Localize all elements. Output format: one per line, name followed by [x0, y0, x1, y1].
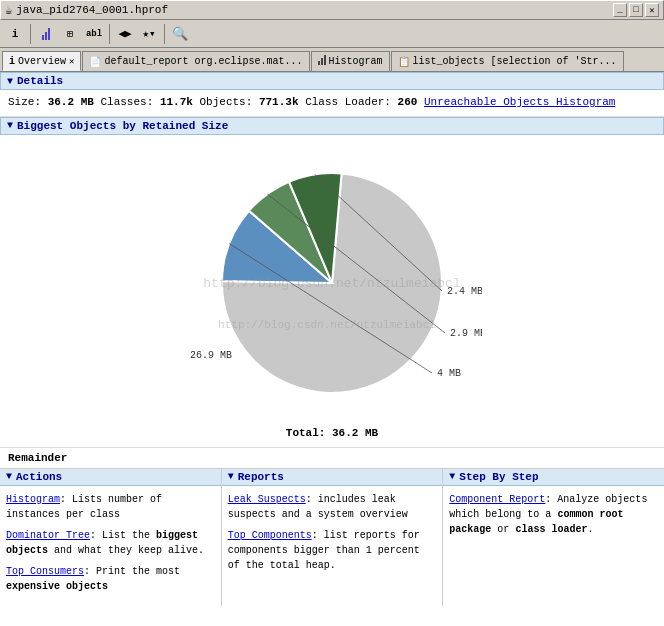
leak-suspects-link[interactable]: Leak Suspects: [228, 494, 306, 505]
step-item-1: Component Report: Analyze objects which …: [449, 492, 658, 537]
toolbar-sep-3: [164, 24, 165, 44]
bar-chart-icon: [42, 28, 50, 40]
remainder-label: Remainder: [0, 448, 664, 468]
svg-text:2.9 MB: 2.9 MB: [450, 328, 482, 339]
bottom-panels: ▼ Actions Histogram: Lists number of ins…: [0, 468, 664, 606]
top-consumers-link[interactable]: Top Consumers: [6, 566, 84, 577]
actions-panel: ▼ Actions Histogram: Lists number of ins…: [0, 469, 222, 606]
reports-header: ▼ Reports: [222, 469, 443, 486]
actions-content: Histogram: Lists number of instances per…: [0, 486, 221, 606]
step-triangle-icon: ▼: [449, 471, 455, 482]
title-bar-left: ☕ java_pid2764_0001.hprof: [5, 3, 168, 18]
svg-text:4 MB: 4 MB: [437, 368, 461, 379]
biggest-objects-triangle-icon: ▼: [7, 120, 13, 131]
details-section: Size: 36.2 MB Classes: 11.7k Objects: 77…: [0, 90, 664, 117]
biggest-objects-title: Biggest Objects by Retained Size: [17, 120, 228, 132]
tab-list-label: list_objects [selection of 'Str...: [413, 56, 617, 67]
objects-value: 771.3k: [259, 96, 299, 108]
dominator-tree-link[interactable]: Dominator Tree: [6, 530, 90, 541]
toolbar-sep-2: [109, 24, 110, 44]
search-button[interactable]: 🔍: [169, 23, 191, 45]
actions-title: Actions: [16, 471, 62, 483]
slice-label-large: 26.9 MB: [190, 350, 232, 361]
top-components-link[interactable]: Top Components: [228, 530, 312, 541]
tab-overview-icon: i: [9, 56, 15, 67]
reports-panel: ▼ Reports Leak Suspects: includes leak s…: [222, 469, 444, 606]
step-by-step-header: ▼ Step By Step: [443, 469, 664, 486]
size-label: Size:: [8, 96, 41, 108]
grid-button[interactable]: ⊞: [59, 23, 81, 45]
bar-chart-button[interactable]: [35, 23, 57, 45]
svg-text:http://blog.csdn.net/ntzulmeia: http://blog.csdn.net/ntzulmeiabcl: [218, 319, 436, 331]
classes-value: 11.7k: [160, 96, 193, 108]
tab-report-icon: 📄: [89, 56, 101, 68]
actions-item-3: Top Consumers: Print the most expensive …: [6, 564, 215, 594]
tab-report-label: default_report org.eclipse.mat...: [104, 56, 302, 67]
reports-title: Reports: [238, 471, 284, 483]
main-content[interactable]: ▼ Details Size: 36.2 MB Classes: 11.7k O…: [0, 72, 664, 626]
step-by-step-panel: ▼ Step By Step Component Report: Analyze…: [443, 469, 664, 606]
chart-section: 4 MB2.9 MB2.4 MBhttp://blog.csdn.net/ntz…: [0, 135, 664, 448]
reports-triangle-icon: ▼: [228, 471, 234, 482]
actions-header: ▼ Actions: [0, 469, 221, 486]
tab-histogram-icon: [318, 55, 326, 68]
chart-total: Total: 36.2 MB: [286, 427, 378, 439]
actions-triangle-icon: ▼: [6, 471, 12, 482]
tab-bar: i Overview ✕ 📄 default_report org.eclips…: [0, 48, 664, 72]
minimize-button[interactable]: _: [613, 3, 627, 17]
tab-overview-label: Overview: [18, 56, 66, 67]
svg-text:2.4 MB: 2.4 MB: [447, 286, 482, 297]
histogram-link[interactable]: Histogram: [6, 494, 60, 505]
reports-item-1: Leak Suspects: includes leak suspects an…: [228, 492, 437, 522]
star-button[interactable]: ★▾: [138, 23, 160, 45]
tab-default-report[interactable]: 📄 default_report org.eclipse.mat...: [82, 51, 309, 71]
tab-list-objects[interactable]: 📋 list_objects [selection of 'Str...: [391, 51, 624, 71]
step-by-step-title: Step By Step: [459, 471, 538, 483]
details-triangle-icon: ▼: [7, 76, 13, 87]
classloader-value: 260: [398, 96, 418, 108]
maximize-button[interactable]: □: [629, 3, 643, 17]
classes-label: Classes:: [100, 96, 153, 108]
details-title: Details: [17, 75, 63, 87]
app-icon: ☕: [5, 3, 12, 18]
tab-overview[interactable]: i Overview ✕: [2, 51, 81, 71]
nav-button[interactable]: ◀▶: [114, 23, 136, 45]
size-value: 36.2 MB: [48, 96, 94, 108]
reports-item-2: Top Components: list reports for compone…: [228, 528, 437, 573]
actions-item-1: Histogram: Lists number of instances per…: [6, 492, 215, 522]
title-bar-controls[interactable]: _ □ ✕: [613, 3, 659, 17]
tab-list-icon: 📋: [398, 56, 410, 68]
unreachable-objects-link[interactable]: Unreachable Objects Histogram: [424, 96, 615, 108]
details-header: ▼ Details: [0, 72, 664, 90]
text-button[interactable]: abl: [83, 23, 105, 45]
component-report-link[interactable]: Component Report: [449, 494, 545, 505]
title-bar: ☕ java_pid2764_0001.hprof _ □ ✕: [0, 0, 664, 20]
tab-overview-close[interactable]: ✕: [69, 56, 74, 67]
window-title: java_pid2764_0001.hprof: [16, 4, 168, 16]
toolbar: i ⊞ abl ◀▶ ★▾ 🔍: [0, 20, 664, 48]
info-button[interactable]: i: [4, 23, 26, 45]
actions-item-2: Dominator Tree: List the biggest objects…: [6, 528, 215, 558]
tab-histogram-label: Histogram: [329, 56, 383, 67]
reports-content: Leak Suspects: includes leak suspects an…: [222, 486, 443, 585]
tab-histogram[interactable]: Histogram: [311, 51, 390, 71]
close-button[interactable]: ✕: [645, 3, 659, 17]
biggest-objects-header: ▼ Biggest Objects by Retained Size: [0, 117, 664, 135]
objects-label: Objects:: [200, 96, 253, 108]
classloader-label: Class Loader:: [305, 96, 391, 108]
toolbar-sep-1: [30, 24, 31, 44]
pie-chart: 4 MB2.9 MB2.4 MBhttp://blog.csdn.net/ntz…: [182, 143, 482, 423]
step-by-step-content: Component Report: Analyze objects which …: [443, 486, 664, 549]
